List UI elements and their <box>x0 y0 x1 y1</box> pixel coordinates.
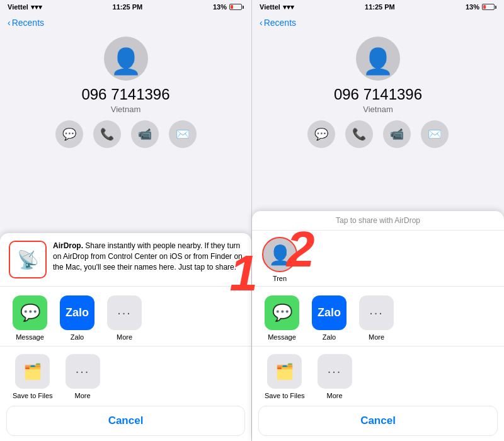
more-app-left[interactable]: ··· More <box>107 295 142 341</box>
video-btn-left[interactable]: 📹 <box>131 120 159 148</box>
chevron-left-icon: ‹ <box>8 18 11 28</box>
app-row-right: 💬 Message Zalo Zalo ··· More <box>252 287 504 346</box>
message-app-left[interactable]: 💬 Message <box>13 295 47 341</box>
save-files-label-right: Save to Files <box>265 392 305 399</box>
zalo-app-right[interactable]: Zalo Zalo <box>312 295 346 341</box>
avatar-icon-right: 👤 <box>362 49 394 74</box>
message-app-right[interactable]: 💬 Message <box>265 295 299 341</box>
more-app-icon-left: ··· <box>107 295 142 330</box>
airdrop-title-left: AirDrop. <box>53 241 83 250</box>
more-action-icon-right: ··· <box>318 354 352 389</box>
message-btn-left[interactable]: 💬 <box>55 120 83 148</box>
call-btn-right[interactable]: 📞 <box>345 120 373 148</box>
airdrop-icon-left: 📡 <box>17 249 39 270</box>
back-button-right[interactable]: ‹ Recents <box>260 18 296 28</box>
airdrop-contact-name: Tren <box>273 275 287 282</box>
country-left: Vietnam <box>111 105 140 114</box>
phone-number-left[interactable]: 096 7141396 <box>81 86 169 103</box>
status-bar-left: Viettel ▾▾▾ 11:25 PM 13% <box>0 0 251 14</box>
cancel-button-left[interactable]: Cancel <box>6 406 245 436</box>
back-button-left[interactable]: ‹ Recents <box>8 18 44 28</box>
status-left-right: Viettel ▾▾▾ <box>260 3 294 11</box>
zalo-app-left[interactable]: Zalo Zalo <box>60 295 94 341</box>
left-phone-screen: Viettel ▾▾▾ 11:25 PM 13% ‹ Recents 👤 096… <box>0 0 252 441</box>
chevron-right-icon: ‹ <box>260 18 263 28</box>
message-icon-left: 💬 <box>13 295 47 330</box>
message-icon-right: 💬 <box>265 295 299 330</box>
status-right-right: 13% <box>466 3 496 11</box>
message-label-right: Message <box>268 333 296 341</box>
back-label-right: Recents <box>264 18 296 28</box>
more-app-icon-right: ··· <box>359 295 394 330</box>
airdrop-box-left: 📡 AirDrop. Share instantly with people n… <box>0 233 251 287</box>
save-files-left[interactable]: 🗂️ Save to Files <box>13 354 53 399</box>
time-right: 11:25 PM <box>365 3 395 11</box>
save-files-icon-right: 🗂️ <box>267 354 302 389</box>
save-files-right[interactable]: 🗂️ Save to Files <box>265 354 305 399</box>
wifi-icon-right: ▾▾▾ <box>283 3 294 11</box>
country-right: Vietnam <box>363 105 392 114</box>
message-btn-right[interactable]: 💬 <box>307 120 335 148</box>
mail-btn-left[interactable]: ✉️ <box>169 120 197 148</box>
avatar-icon-left: 👤 <box>110 49 142 74</box>
right-phone-screen: Viettel ▾▾▾ 11:25 PM 13% ‹ Recents 👤 096… <box>252 0 504 441</box>
action-buttons-right: 💬 📞 📹 ✉️ <box>307 120 449 148</box>
avatar-left: 👤 <box>104 37 148 81</box>
action-row-left: 🗂️ Save to Files ··· More <box>0 346 251 406</box>
more-action-left[interactable]: ··· More <box>66 354 100 399</box>
zalo-icon-left: Zalo <box>60 295 94 330</box>
carrier-right: Viettel <box>260 3 280 11</box>
airdrop-contact-row: 👤 Tren 2 <box>252 231 504 287</box>
battery-percent-right: 13% <box>466 3 479 11</box>
video-btn-right[interactable]: 📹 <box>383 120 411 148</box>
badge-2: 2 <box>287 224 315 275</box>
zalo-label-right: Zalo <box>323 333 336 341</box>
more-action-icon-left: ··· <box>66 354 100 389</box>
battery-percent-left: 13% <box>213 3 227 11</box>
more-action-right[interactable]: ··· More <box>318 354 352 399</box>
carrier-left: Viettel <box>8 3 28 11</box>
message-label-left: Message <box>16 333 44 341</box>
contact-area-left: 👤 096 7141396 Vietnam 💬 📞 📹 ✉️ <box>0 32 251 156</box>
share-sheet-left: 📡 AirDrop. Share instantly with people n… <box>0 233 251 441</box>
nav-bar-right: ‹ Recents <box>252 14 504 32</box>
phone-number-right[interactable]: 096 7141396 <box>334 86 422 103</box>
battery-icon-right <box>482 4 496 10</box>
zalo-icon-right: Zalo <box>312 295 346 330</box>
zalo-label-left: Zalo <box>71 333 84 341</box>
nav-bar-left: ‹ Recents <box>0 14 251 32</box>
back-label-left: Recents <box>12 18 44 28</box>
call-btn-left[interactable]: 📞 <box>93 120 121 148</box>
battery-icon-left <box>229 4 244 10</box>
status-left: Viettel ▾▾▾ <box>8 3 42 11</box>
more-app-label-right: More <box>369 333 384 341</box>
save-files-label-left: Save to Files <box>13 392 53 399</box>
more-app-right[interactable]: ··· More <box>359 295 394 341</box>
time-left: 11:25 PM <box>113 3 143 11</box>
more-action-label-right: More <box>327 392 343 399</box>
wifi-icon-left: ▾▾▾ <box>31 3 42 11</box>
airdrop-text-left: AirDrop. Share instantly with people nea… <box>53 241 243 272</box>
more-app-label-left: More <box>117 333 132 341</box>
status-right-left: 13% <box>213 3 244 11</box>
share-sheet-right: Tap to share with AirDrop 👤 Tren 2 💬 Mes… <box>252 211 504 441</box>
badge-1: 1 <box>230 248 258 299</box>
app-row-left: 💬 Message Zalo Zalo ··· More <box>0 287 251 346</box>
status-bar-right: Viettel ▾▾▾ 11:25 PM 13% <box>252 0 504 14</box>
save-files-icon-left: 🗂️ <box>15 354 50 389</box>
contact-area-right: 👤 096 7141396 Vietnam 💬 📞 📹 ✉️ <box>252 32 504 156</box>
cancel-button-right[interactable]: Cancel <box>258 406 498 436</box>
avatar-right: 👤 <box>356 37 400 81</box>
action-buttons-left: 💬 📞 📹 ✉️ <box>55 120 197 148</box>
mail-btn-right[interactable]: ✉️ <box>421 120 449 148</box>
action-row-right: 🗂️ Save to Files ··· More <box>252 346 504 406</box>
airdrop-bar-text: Tap to share with AirDrop <box>336 216 420 225</box>
more-action-label-left: More <box>75 392 91 399</box>
airdrop-icon-wrapper-left[interactable]: 📡 <box>9 241 47 278</box>
